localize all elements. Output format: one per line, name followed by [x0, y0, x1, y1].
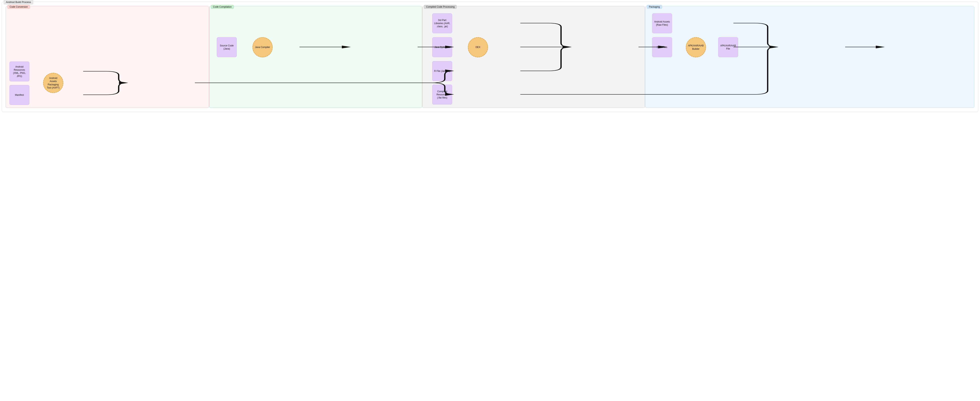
node-compiled-resources: Compiled Resources (.flat files): [432, 85, 452, 105]
node-android-resources: Android Resources (XML, PNG, JPG): [10, 62, 29, 81]
lane-label-compiled: Compiled Code Processing: [424, 5, 457, 9]
node-java-bytecode: Java Bytecode: [432, 37, 452, 57]
process-apk-builder: APK/AAR/AAB Builder: [686, 37, 706, 57]
process-dex: DEX: [468, 37, 488, 57]
lane-label-packaging: Packaging: [647, 5, 662, 9]
node-3rd-party-libs: 3rd Part Libraries (AAR, .class, .jar): [432, 13, 452, 33]
lane-compiled-processing: Compiled Code Processing 3rd Part Librar…: [422, 6, 645, 108]
lane-label-conversion: Code Conversion: [8, 5, 30, 9]
lane-code-conversion: Code Conversion Android Resources (XML, …: [6, 6, 209, 108]
lanes-row: Code Conversion Android Resources (XML, …: [6, 6, 974, 108]
diagram-title: Andriod Build Process: [4, 0, 33, 4]
process-java-compiler: Java Compiler: [253, 37, 273, 57]
node-apk-file: APK/AAR/AAB File: [718, 37, 738, 57]
process-aapt: Android Assets Packaging Tool (AAPT): [43, 73, 63, 93]
node-manifest: Manifest: [10, 85, 29, 105]
lane-code-compilation: Code Compilation Source Code (Java) Java…: [209, 6, 422, 108]
node-dex-files: DEX Files: [652, 37, 672, 57]
node-r-file: R File (Jar File): [432, 61, 452, 81]
lane-packaging: Packaging Android Assets (Raw Files) DEX…: [645, 6, 974, 108]
node-source-code: Source Code (Java): [217, 37, 237, 57]
node-android-assets: Android Assets (Raw Files): [652, 13, 672, 33]
diagram-frame: Andriod Build Process Code Conversion An…: [2, 2, 978, 112]
lane-label-compilation: Code Compilation: [211, 5, 234, 9]
